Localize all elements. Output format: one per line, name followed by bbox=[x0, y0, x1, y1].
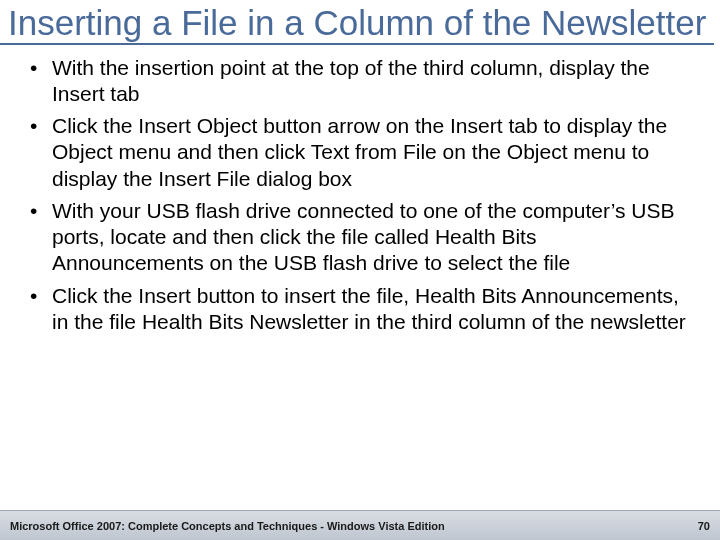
page-number: 70 bbox=[698, 520, 710, 532]
bullet-item: With your USB flash drive connected to o… bbox=[22, 198, 690, 277]
slide: Inserting a File in a Column of the News… bbox=[0, 0, 720, 540]
footer-text: Microsoft Office 2007: Complete Concepts… bbox=[10, 520, 445, 532]
bullet-list: With the insertion point at the top of t… bbox=[22, 55, 690, 336]
slide-footer: Microsoft Office 2007: Complete Concepts… bbox=[0, 510, 720, 540]
slide-title: Inserting a File in a Column of the News… bbox=[0, 0, 714, 45]
bullet-item: Click the Insert button to insert the fi… bbox=[22, 283, 690, 336]
title-wrap: Inserting a File in a Column of the News… bbox=[0, 0, 720, 45]
bullet-item: With the insertion point at the top of t… bbox=[22, 55, 690, 108]
slide-content: With the insertion point at the top of t… bbox=[0, 45, 720, 336]
bullet-item: Click the Insert Object button arrow on … bbox=[22, 113, 690, 192]
